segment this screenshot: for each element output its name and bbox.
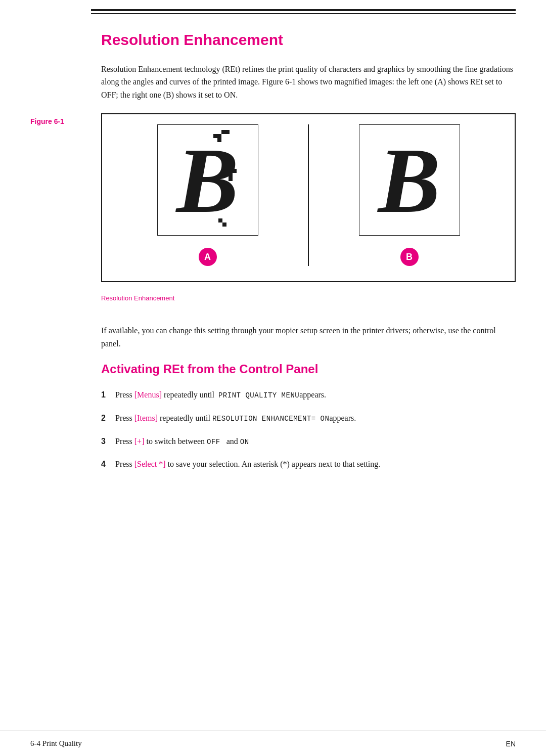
figure-inner: B [117,124,499,266]
step-2-text: Press [Items] repeatedly until RESOLUTIO… [115,412,516,425]
key-items: [Items] [134,414,158,422]
figure-label: Figure 6-1 [30,113,101,125]
key-menus: [Menus] [134,390,162,399]
letter-b-off: B [176,134,239,227]
step-1-text: Press [Menus] repeatedly until PRINT QUA… [115,388,516,402]
top-rules [0,0,546,14]
step-1: 1 Press [Menus] repeatedly until PRINT Q… [101,388,516,402]
menu-text-1: PRINT QUALITY MENU [218,391,299,399]
label-b: B [400,248,419,266]
section-title: Resolution Enhancement [101,31,516,49]
panel-b: B B [309,124,499,266]
intro-paragraph: Resolution Enhancement technology (REt) … [101,63,516,102]
step-3-text: Press [+] to switch between OFF and ON [115,435,516,448]
menu-text-3b: ON [240,438,249,446]
footer-page-info: 6-4 Print Quality [30,739,82,748]
footer-lang: EN [506,740,516,748]
after-figure-text: If available, you can change this settin… [101,324,516,350]
steps-list: 1 Press [Menus] repeatedly until PRINT Q… [101,388,516,470]
step-4: 4 Press [Select *] to save your selectio… [101,458,516,471]
figure-caption-row: Resolution Enhancement [0,290,546,324]
figure-caption: Resolution Enhancement [101,294,174,302]
after-figure-content: If available, you can change this settin… [101,324,516,481]
step-4-text: Press [Select *] to save your selection.… [115,458,516,471]
content-area: Resolution Enhancement Resolution Enhanc… [0,16,546,114]
step-3-number: 3 [101,435,115,448]
menu-text-2: RESOLUTION ENHANCEMENT= ON [212,415,329,423]
step-2-number: 2 [101,412,115,425]
top-rule-thin [91,13,516,14]
step-3: 3 Press [+] to switch between OFF and ON [101,435,516,448]
label-a: A [199,248,217,266]
key-plus: [+] [134,437,145,446]
letter-box-b: B [359,124,460,236]
step-4-number: 4 [101,458,115,471]
letter-b-on: B [378,134,440,227]
letter-box-a: B [157,124,258,236]
page-footer: 6-4 Print Quality EN [0,731,546,756]
panel-a: B [117,124,309,266]
figure-box: B [101,113,516,282]
key-select: [Select *] [134,460,166,468]
figure-row: Figure 6-1 B [0,113,546,282]
step-1-number: 1 [101,388,115,402]
main-content: Resolution Enhancement Resolution Enhanc… [101,16,516,114]
subsection-title: Activating REt from the Control Panel [101,362,516,376]
menu-text-3a: OFF [207,438,220,446]
page: Resolution Enhancement Resolution Enhanc… [0,0,546,756]
top-rule-thick [91,9,516,11]
left-margin [30,16,101,114]
after-figure-area: If available, you can change this settin… [0,324,546,481]
step-2: 2 Press [Items] repeatedly until RESOLUT… [101,412,516,425]
